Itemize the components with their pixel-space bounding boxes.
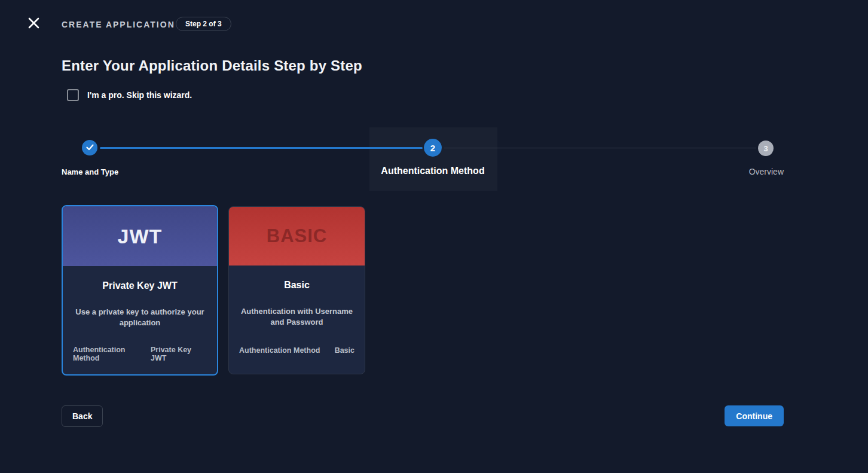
step-2-label: Authentication Method xyxy=(358,166,508,176)
create-application-wizard: CREATE APPLICATION Step 2 of 3 Enter You… xyxy=(0,0,868,473)
basic-card-banner: BASIC xyxy=(229,207,365,266)
basic-card-title: Basic xyxy=(229,280,365,291)
skip-wizard-option[interactable]: I'm a pro. Skip this wizard. xyxy=(67,89,192,101)
jwt-footer-label: Authentication Method xyxy=(73,346,151,362)
stepper-connector-upcoming xyxy=(444,148,756,148)
wizard-stepper: 2 3 Name and Type Authentication Method … xyxy=(62,127,784,191)
page-title: Enter Your Application Details Step by S… xyxy=(62,57,362,74)
close-icon xyxy=(28,17,39,30)
basic-footer-value: Basic xyxy=(335,346,354,355)
step-3-number: 3 xyxy=(763,144,768,153)
basic-footer-label: Authentication Method xyxy=(239,346,320,355)
wizard-title: CREATE APPLICATION xyxy=(62,20,175,29)
auth-card-basic[interactable]: BASIC Basic Authentication with Username… xyxy=(228,206,365,374)
check-icon xyxy=(86,142,94,153)
auth-method-cards: JWT Private Key JWT Use a private key to… xyxy=(62,205,365,376)
basic-banner-text: BASIC xyxy=(267,225,327,247)
close-button[interactable] xyxy=(25,16,42,32)
jwt-card-footer: Authentication Method Private Key JWT xyxy=(63,346,217,362)
basic-card-footer: Authentication Method Basic xyxy=(229,346,365,355)
step-1-label: Name and Type xyxy=(62,167,118,176)
step-3-label: Overview xyxy=(749,167,784,176)
skip-wizard-label: I'm a pro. Skip this wizard. xyxy=(87,90,192,100)
stepper-connector-done xyxy=(100,147,423,149)
jwt-card-banner: JWT xyxy=(63,206,217,266)
skip-wizard-checkbox[interactable] xyxy=(67,89,79,101)
jwt-card-title: Private Key JWT xyxy=(63,280,217,291)
basic-card-description: Authentication with Username and Passwor… xyxy=(229,306,365,327)
jwt-banner-text: JWT xyxy=(118,225,163,248)
auth-card-private-key-jwt[interactable]: JWT Private Key JWT Use a private key to… xyxy=(62,205,218,376)
step-badge: Step 2 of 3 xyxy=(176,17,231,31)
step-3-indicator[interactable]: 3 xyxy=(758,141,774,156)
continue-button[interactable]: Continue xyxy=(725,405,784,426)
current-step-highlight xyxy=(369,127,497,191)
step-2-number: 2 xyxy=(430,143,435,153)
jwt-card-description: Use a private key to authorize your appl… xyxy=(63,307,217,328)
step-2-indicator[interactable]: 2 xyxy=(424,139,442,157)
jwt-footer-value: Private Key JWT xyxy=(151,346,207,362)
back-button[interactable]: Back xyxy=(62,405,103,427)
step-1-indicator[interactable] xyxy=(82,140,97,155)
